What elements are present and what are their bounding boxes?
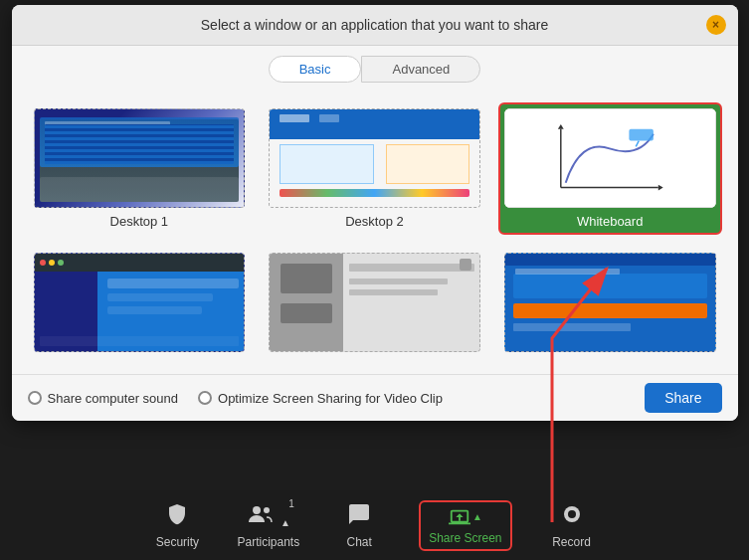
checkbox-sound-label: Share computer sound [48,391,179,406]
checkbox-optimize-indicator [198,391,212,405]
thumbnail-window1 [34,253,246,352]
share-screen-label: Share Screen [429,531,501,545]
bottom-bar: Share computer sound Optimize Screen Sha… [12,374,738,421]
chat-icon [347,502,371,532]
taskbar-record[interactable]: Record [542,502,602,549]
thumbnail-desktop2 [269,108,480,208]
record-icon [560,502,584,532]
modal-close-button[interactable]: × [706,15,726,35]
share-button[interactable]: Share [645,383,721,413]
taskbar: Security 1 ▲ Participants Chat [0,490,749,560]
record-label: Record [552,535,591,549]
whiteboard-preview [504,108,716,208]
svg-line-9 [637,140,640,146]
tab-basic[interactable]: Basic [269,56,362,83]
svg-point-3 [568,510,576,518]
security-icon [165,502,189,532]
grid-item-window1[interactable] [28,247,252,364]
taskbar-participants[interactable]: 1 ▲ Participants [237,502,299,549]
svg-marker-6 [658,184,663,190]
tab-advanced[interactable]: Advanced [361,56,480,83]
checkbox-optimize[interactable]: Optimize Screen Sharing for Video Clip [198,391,443,406]
grid-item-window3[interactable] [498,247,722,364]
tab-bar: Basic Advanced [12,46,738,93]
svg-rect-8 [630,129,654,141]
grid-item-window2[interactable] [263,247,486,364]
participants-label: Participants [237,535,299,549]
thumbnail-window3 [504,253,716,352]
checkbox-optimize-label: Optimize Screen Sharing for Video Clip [218,391,443,406]
grid-label-whiteboard: Whiteboard [577,214,643,229]
grid-label-desktop1: Desktop 1 [110,214,169,229]
checkbox-sound[interactable]: Share computer sound [28,391,179,406]
svg-marker-7 [558,124,564,129]
share-screen-chevron: ▲ [472,511,482,522]
thumbnail-whiteboard [504,108,716,208]
participants-count: 1 [288,498,294,509]
svg-point-1 [264,507,270,513]
participants-icon: 1 ▲ [247,502,290,532]
grid-item-whiteboard[interactable]: Whiteboard [498,102,722,235]
chat-label: Chat [346,535,371,549]
thumbnail-desktop1 [34,108,246,208]
grid-item-desktop2[interactable]: Desktop 2 [263,102,486,235]
taskbar-security[interactable]: Security [147,502,207,549]
grid-item-desktop1[interactable]: Desktop 1 [28,102,252,235]
screen-grid: Desktop 1 Desktop 2 [12,93,738,374]
modal-title: Select a window or an application that y… [201,17,548,33]
svg-point-0 [253,506,261,514]
grid-label-desktop2: Desktop 2 [345,214,404,229]
taskbar-chat[interactable]: Chat [329,502,389,549]
security-label: Security [156,535,199,549]
modal-overlay: Select a window or an application that y… [0,0,749,490]
modal-header: Select a window or an application that y… [12,5,738,46]
checkbox-sound-indicator [28,391,42,405]
share-screen-modal: Select a window or an application that y… [12,5,738,421]
thumbnail-window2 [269,253,480,352]
share-screen-icon: ▲ [449,506,482,528]
chevron-up-participants: ▲ [281,517,290,528]
options-group: Share computer sound Optimize Screen Sha… [28,391,443,406]
taskbar-share-screen[interactable]: ▲ Share Screen [419,500,511,551]
